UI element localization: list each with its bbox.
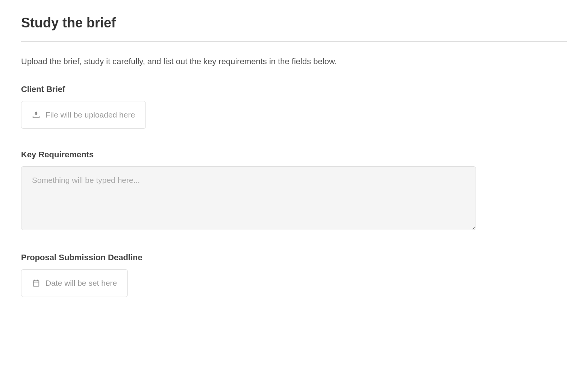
- date-input-placeholder: Date will be set here: [45, 279, 117, 288]
- deadline-label: Proposal Submission Deadline: [21, 253, 567, 262]
- divider: [21, 41, 567, 42]
- client-brief-label: Client Brief: [21, 84, 567, 94]
- key-requirements-field: Key Requirements: [21, 150, 567, 232]
- upload-icon: [32, 111, 40, 119]
- page-title: Study the brief: [21, 15, 567, 31]
- page-description: Upload the brief, study it carefully, an…: [21, 57, 567, 66]
- file-upload-placeholder: File will be uploaded here: [45, 110, 135, 119]
- client-brief-field: Client Brief File will be uploaded here: [21, 84, 567, 129]
- deadline-field: Proposal Submission Deadline Date will b…: [21, 253, 567, 297]
- file-upload-input[interactable]: File will be uploaded here: [21, 101, 146, 129]
- key-requirements-textarea[interactable]: [21, 166, 476, 230]
- date-input[interactable]: Date will be set here: [21, 269, 128, 297]
- key-requirements-label: Key Requirements: [21, 150, 567, 160]
- calendar-icon: [32, 279, 40, 287]
